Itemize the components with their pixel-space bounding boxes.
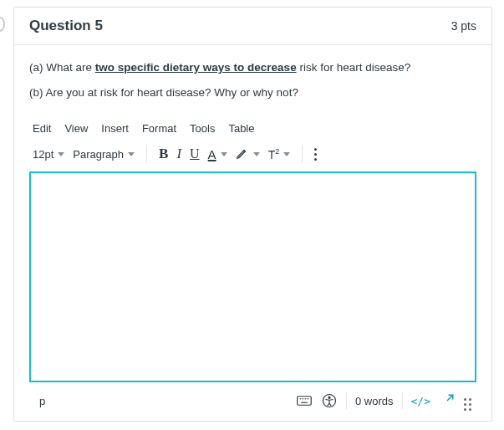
statusbar-divider: [346, 392, 347, 409]
chevron-down-icon: [221, 152, 227, 156]
prompt-a-suffix: risk for heart disease?: [297, 61, 411, 74]
svg-point-7: [328, 397, 330, 398]
italic-button[interactable]: I: [176, 146, 181, 162]
question-marker-arc: [0, 17, 5, 32]
prompt-a-underlined: two specific dietary ways to decrease: [95, 61, 297, 74]
menu-insert[interactable]: Insert: [101, 122, 129, 135]
toolbar-divider: [146, 145, 147, 163]
superscript-button[interactable]: T2: [268, 147, 291, 161]
block-format-dropdown[interactable]: Paragraph: [73, 148, 135, 161]
question-panel: Question 5 3 pts (a) What are two specif…: [13, 7, 492, 422]
menu-view[interactable]: View: [64, 122, 88, 135]
toolbar-divider: [302, 145, 303, 163]
accessibility-icon[interactable]: [321, 392, 338, 409]
rich-text-editor[interactable]: [29, 171, 476, 382]
editor-menubar: Edit View Insert Format Tools Table: [33, 122, 476, 135]
kebab-icon: [314, 148, 317, 161]
marker-icon: [236, 146, 249, 162]
word-count: 0 words: [355, 395, 394, 407]
question-prompt: (a) What are two specific dietary ways t…: [29, 60, 476, 110]
menu-table[interactable]: Table: [228, 122, 254, 135]
prompt-line-b: (b) Are you at risk for heart disease? W…: [29, 85, 476, 100]
more-options-button[interactable]: [314, 148, 317, 161]
superscript-icon: T2: [268, 147, 280, 161]
chevron-down-icon: [283, 152, 290, 156]
keyboard-icon[interactable]: [296, 392, 313, 409]
font-size-dropdown[interactable]: 12pt: [33, 148, 64, 161]
font-size-label: 12pt: [33, 148, 53, 161]
prompt-a-prefix: (a) What are: [29, 61, 95, 74]
html-view-button[interactable]: </>: [411, 395, 430, 407]
chevron-down-icon: [253, 152, 260, 156]
bold-button[interactable]: B: [159, 146, 168, 162]
question-points: 3 pts: [451, 19, 476, 33]
question-body: (a) What are two specific dietary ways t…: [14, 45, 491, 421]
question-title: Question 5: [29, 18, 103, 34]
resize-handle[interactable]: [464, 391, 471, 411]
text-color-button[interactable]: A: [208, 147, 227, 161]
text-color-icon: A: [208, 147, 216, 161]
question-header: Question 5 3 pts: [14, 8, 491, 45]
svg-rect-0: [298, 397, 312, 406]
chevron-down-icon: [58, 152, 64, 156]
menu-format[interactable]: Format: [142, 122, 176, 135]
underline-button[interactable]: U: [190, 146, 200, 161]
highlight-button[interactable]: [236, 146, 260, 162]
grip-icon: [464, 398, 471, 411]
statusbar-divider: [402, 392, 403, 409]
element-path[interactable]: p: [39, 395, 45, 407]
block-format-label: Paragraph: [73, 148, 124, 161]
editor-toolbar: 12pt Paragraph B I U A T2: [29, 143, 476, 171]
menu-tools[interactable]: Tools: [190, 122, 215, 135]
editor-statusbar: p 0 words </>: [29, 382, 476, 414]
menu-edit[interactable]: Edit: [33, 122, 51, 135]
chevron-down-icon: [128, 152, 135, 156]
prompt-line-a: (a) What are two specific dietary ways t…: [29, 60, 476, 75]
fullscreen-button[interactable]: [439, 392, 456, 409]
